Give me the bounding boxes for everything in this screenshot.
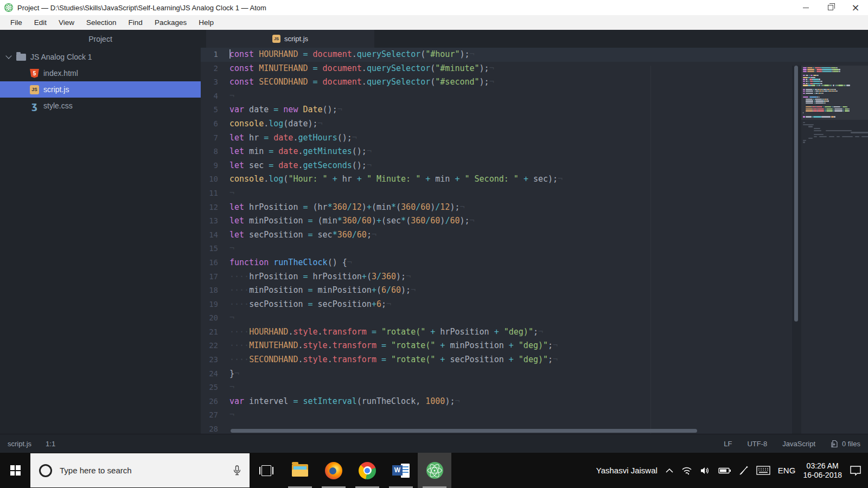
line-number[interactable]: 10 — [201, 172, 225, 187]
line-number[interactable]: 28 — [201, 422, 225, 434]
code-line[interactable]: 8let min = date.getMinutes();¬ — [201, 145, 868, 159]
taskbar-search[interactable] — [30, 453, 250, 487]
code-line[interactable]: 13let minPosition = (min*360/60)+(sec*(3… — [201, 214, 868, 228]
tree-item-index-html[interactable]: 5 index.html — [0, 65, 201, 81]
code-line[interactable]: 18····minPosition = minPosition+(6/60);¬ — [201, 284, 868, 298]
code-line[interactable]: 17····hrPosition = hrPosition+(3/360);¬ — [201, 270, 868, 284]
line-number[interactable]: 22 — [201, 339, 225, 353]
menu-item-view[interactable]: View — [53, 18, 80, 27]
line-number[interactable]: 21 — [201, 325, 225, 339]
taskbar-app-word[interactable]: W — [384, 453, 418, 488]
line-number[interactable]: 1 — [201, 48, 225, 62]
wifi-icon[interactable] — [681, 466, 692, 475]
status-cursor-position[interactable]: 1:1 — [46, 440, 55, 448]
code-line[interactable]: 6console.log(date);¬ — [201, 117, 868, 131]
code-line[interactable]: 3const SECONDHAND = document.querySelect… — [201, 75, 868, 89]
menu-item-find[interactable]: Find — [123, 18, 149, 27]
code-line[interactable]: 4¬ — [201, 89, 868, 104]
line-number[interactable]: 19 — [201, 298, 225, 312]
start-button[interactable] — [0, 453, 30, 488]
status-language[interactable]: JavaScript — [782, 440, 815, 448]
code-editor[interactable]: 1const HOURHAND = document.querySelector… — [201, 48, 868, 434]
restore-button[interactable] — [818, 0, 843, 15]
code-line[interactable]: 10console.log("Hour: " + hr + " Minute: … — [201, 172, 868, 187]
status-line-ending[interactable]: LF — [724, 440, 732, 448]
code-line[interactable]: 21····HOURHAND.style.transform = "rotate… — [201, 325, 868, 339]
menu-item-edit[interactable]: Edit — [28, 18, 53, 27]
tree-item-script-js[interactable]: JS script.js — [0, 81, 201, 98]
line-number[interactable]: 23 — [201, 353, 225, 367]
line-number[interactable]: 20 — [201, 311, 225, 325]
code-line[interactable]: 23····SECONDHAND.style.transform = "rota… — [201, 353, 868, 367]
line-number[interactable]: 2 — [201, 62, 225, 76]
input-language-badge[interactable]: ENG — [778, 466, 796, 475]
task-view-button[interactable] — [250, 453, 283, 488]
taskbar-app-chrome[interactable] — [350, 453, 384, 488]
microphone-icon[interactable] — [232, 465, 242, 477]
code-line[interactable]: 20¬ — [201, 311, 868, 325]
code-line[interactable]: 9let sec = date.getSeconds();¬ — [201, 159, 868, 173]
menu-item-help[interactable]: Help — [193, 18, 220, 27]
code-line[interactable]: 24}¬ — [201, 367, 868, 381]
tab-script-js[interactable]: JS script.js — [206, 30, 374, 48]
line-number[interactable]: 17 — [201, 270, 225, 284]
line-number[interactable]: 9 — [201, 159, 225, 173]
code-line[interactable]: 16function runTheClock() {¬ — [201, 256, 868, 270]
menu-item-selection[interactable]: Selection — [80, 18, 123, 27]
search-input[interactable] — [60, 466, 232, 475]
action-center-icon[interactable] — [850, 465, 861, 476]
atom-icon — [426, 462, 443, 479]
code-line[interactable]: 11¬ — [201, 187, 868, 201]
chevron-up-icon[interactable] — [665, 468, 674, 473]
line-number[interactable]: 18 — [201, 284, 225, 298]
line-number[interactable]: 13 — [201, 214, 225, 228]
line-number[interactable]: 15 — [201, 242, 225, 256]
taskbar-app-firefox[interactable] — [317, 453, 350, 488]
code-line[interactable]: 12let hrPosition = (hr*360/12)+(min*(360… — [201, 201, 868, 215]
line-number[interactable]: 5 — [201, 103, 225, 117]
taskbar-app-atom[interactable] — [418, 453, 451, 488]
taskbar-app-file-explorer[interactable] — [283, 453, 317, 488]
status-encoding[interactable]: UTF-8 — [747, 440, 767, 448]
people-button[interactable]: Yashasvi Jaiswal — [596, 466, 658, 475]
code-line[interactable]: 2const MINUTEHAND = document.querySelect… — [201, 62, 868, 76]
pen-icon[interactable] — [739, 466, 749, 476]
line-number[interactable]: 11 — [201, 187, 225, 201]
line-number[interactable]: 25 — [201, 381, 225, 395]
speaker-icon[interactable] — [700, 466, 711, 475]
line-number[interactable]: 4 — [201, 89, 225, 104]
code-line[interactable]: 7let hr = date.getHours();¬ — [201, 131, 868, 145]
line-number[interactable]: 27 — [201, 408, 225, 422]
battery-icon[interactable] — [718, 467, 731, 474]
line-number[interactable]: 16 — [201, 256, 225, 270]
tree-item-style-css[interactable]: ʒ style.css — [0, 98, 201, 114]
minimap[interactable] — [801, 66, 868, 434]
tree-folder-js-analog-clock-1[interactable]: JS Analog Clock 1 — [0, 49, 201, 65]
code-line[interactable]: 19····secPosition = secPosition+6;¬ — [201, 298, 868, 312]
minimize-button[interactable] — [793, 0, 818, 15]
vertical-scrollbar[interactable] — [794, 66, 798, 322]
horizontal-scrollbar[interactable] — [231, 429, 697, 433]
line-number[interactable]: 8 — [201, 145, 225, 159]
line-number[interactable]: 6 — [201, 117, 225, 131]
taskbar-clock[interactable]: 03:26 AM 16-06-2018 — [803, 461, 842, 480]
code-line[interactable]: 1const HOURHAND = document.querySelector… — [201, 48, 868, 62]
menu-item-file[interactable]: File — [4, 18, 28, 27]
code-line[interactable]: 15¬ — [201, 242, 868, 256]
line-number[interactable]: 24 — [201, 367, 225, 381]
close-button[interactable]: × — [843, 0, 868, 15]
line-number[interactable]: 12 — [201, 201, 225, 215]
code-line[interactable]: 5var date = new Date();¬ — [201, 103, 868, 117]
line-number[interactable]: 26 — [201, 395, 225, 409]
touch-keyboard-icon[interactable] — [756, 466, 770, 475]
code-line[interactable]: 22····MINUTEHAND.style.transform = "rota… — [201, 339, 868, 353]
line-number[interactable]: 14 — [201, 228, 225, 242]
menu-item-packages[interactable]: Packages — [149, 18, 193, 27]
line-number[interactable]: 3 — [201, 75, 225, 89]
line-number[interactable]: 7 — [201, 131, 225, 145]
code-line[interactable]: 14let secPosition = sec*360/60;¬ — [201, 228, 868, 242]
code-line[interactable]: 25¬ — [201, 381, 868, 395]
code-line[interactable]: 27¬ — [201, 408, 868, 422]
git-status[interactable]: 0 files — [831, 440, 860, 448]
code-line[interactable]: 26var intervel = setInterval(runTheClock… — [201, 395, 868, 409]
